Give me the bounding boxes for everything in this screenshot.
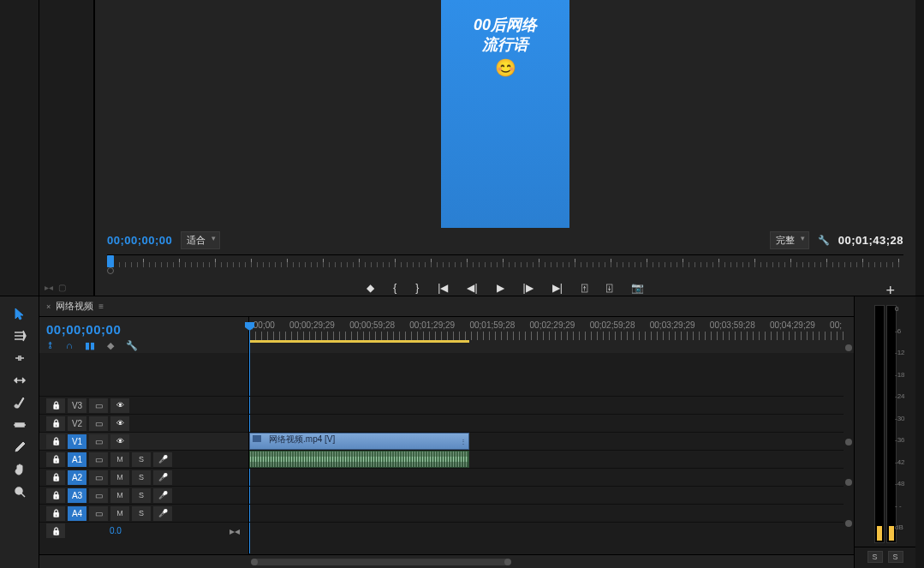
sync-lock-icon[interactable] — [89, 488, 108, 503]
monitor-playhead[interactable] — [107, 255, 114, 267]
lock-icon[interactable] — [46, 506, 65, 521]
sync-lock-icon[interactable] — [89, 434, 108, 449]
lock-icon[interactable] — [46, 488, 65, 503]
step-fwd-icon[interactable]: |▶ — [523, 282, 534, 294]
master-value[interactable]: 0.0 — [110, 526, 122, 535]
track-v2-label[interactable]: V2 — [68, 416, 86, 431]
zoom-tool-icon[interactable] — [10, 483, 29, 500]
voice-record-icon[interactable] — [153, 506, 172, 521]
solo-right-button[interactable]: S — [888, 551, 903, 563]
sync-lock-icon[interactable] — [89, 452, 108, 467]
vscroll-handle-top[interactable] — [845, 344, 852, 351]
bin-icon[interactable]: ▸◂ — [45, 283, 53, 292]
rate-stretch-tool-icon[interactable] — [10, 372, 29, 389]
video-preview: 00后网络 流行语 😊 — [441, 0, 569, 228]
timeline-ruler[interactable]: ;00;0000;00;29;2900;00;59;2800;01;29;290… — [249, 317, 854, 353]
go-to-out-icon[interactable]: ▶| — [552, 282, 563, 294]
play-icon[interactable]: ▶ — [497, 282, 504, 294]
monitor-timecode[interactable]: 00;00;00;00 — [107, 234, 172, 247]
voice-record-icon[interactable] — [153, 488, 172, 503]
vscroll-handle[interactable] — [845, 479, 852, 486]
extract-icon[interactable]: ⍗ — [606, 282, 612, 294]
track-a2-label[interactable]: A2 — [68, 470, 86, 485]
solo-button[interactable]: S — [132, 506, 151, 521]
ruler-labels: ;00;0000;00;29;2900;00;59;2800;01;29;290… — [249, 320, 844, 331]
track-v1-label[interactable]: V1 — [68, 434, 86, 449]
clip-name: 网络视频.mp4 [V] — [265, 433, 338, 445]
solo-button[interactable]: S — [132, 488, 151, 503]
step-back-icon[interactable]: ◀| — [467, 282, 477, 294]
solo-button[interactable]: S — [132, 470, 151, 485]
timeline-hscroll[interactable] — [39, 554, 854, 568]
quality-dropdown[interactable]: 完整 — [770, 231, 809, 249]
tl-settings-icon[interactable]: 🔧 — [126, 340, 138, 351]
mark-out-icon[interactable]: } — [415, 282, 419, 294]
track-lanes[interactable]: 网络视频.mp4 [V] ⋮ — [249, 353, 854, 554]
track-headers: V3 V2 V1 — [39, 353, 249, 554]
toolbar — [0, 296, 39, 568]
export-frame-icon[interactable]: 📷 — [631, 282, 644, 294]
meter-scale: 0-6-12-18-24-30-36-42-48- -dB — [895, 305, 914, 531]
timeline-timecode[interactable]: 00;00;00;00 — [46, 322, 241, 337]
hand-tool-icon[interactable] — [10, 461, 29, 478]
lock-icon[interactable] — [46, 416, 65, 431]
razor-tool-icon[interactable] — [10, 394, 29, 411]
pen-tool-icon[interactable] — [10, 439, 29, 456]
markers-icon[interactable]: ▮▮ — [85, 340, 95, 351]
premiere-app: ▸◂ ▢ 00后网络 流行语 😊 00;00;00;00 适合 完整 🔧 — [0, 0, 924, 568]
toggle-output-icon[interactable] — [110, 416, 129, 431]
tl-marker-icon[interactable]: ◆ — [107, 340, 114, 351]
audio-clip[interactable] — [249, 451, 469, 468]
toggle-output-icon[interactable] — [110, 398, 129, 413]
vscroll-handle[interactable] — [845, 520, 852, 527]
lock-icon[interactable] — [46, 523, 65, 538]
lock-icon[interactable] — [46, 434, 65, 449]
monitor-scrubber[interactable] — [107, 267, 114, 274]
selection-tool-icon[interactable] — [10, 305, 29, 322]
snap-icon[interactable]: ⥉ — [46, 340, 54, 351]
track-a4-label[interactable]: A4 — [68, 506, 86, 521]
link-icon[interactable]: ▸◂ — [230, 525, 240, 537]
zoom-fit-dropdown[interactable]: 适合 — [181, 231, 220, 249]
solo-button[interactable]: S — [132, 452, 151, 467]
lock-icon[interactable] — [46, 398, 65, 413]
mute-button[interactable]: M — [110, 488, 129, 503]
track-a3-label[interactable]: A3 — [68, 488, 86, 503]
clip-handle-icon[interactable]: ⋮ — [460, 434, 467, 449]
mute-button[interactable]: M — [110, 506, 129, 521]
voice-record-icon[interactable] — [153, 470, 172, 485]
new-item-icon[interactable]: ▢ — [58, 283, 66, 292]
sync-lock-icon[interactable] — [89, 506, 108, 521]
lock-icon[interactable] — [46, 470, 65, 485]
preview-line1: 00后网络 — [441, 15, 569, 35]
mute-button[interactable]: M — [110, 470, 129, 485]
linked-selection-icon[interactable]: ∩ — [66, 340, 73, 351]
voice-record-icon[interactable] — [153, 452, 172, 467]
go-to-in-icon[interactable]: |◀ — [438, 282, 448, 294]
track-select-tool-icon[interactable] — [10, 327, 29, 344]
mark-in-icon[interactable]: { — [393, 282, 396, 294]
monitor-duration: 00;01;43;28 — [838, 234, 903, 247]
ripple-edit-tool-icon[interactable] — [10, 350, 29, 367]
sync-lock-icon[interactable] — [89, 416, 108, 431]
sync-lock-icon[interactable] — [89, 470, 108, 485]
timeline-panel: × 网络视频 ≡ 00;00;00;00 ⥉ ∩ ▮▮ ◆ 🔧 — [39, 296, 854, 568]
lock-icon[interactable] — [46, 452, 65, 467]
canvas-area[interactable]: 00后网络 流行语 😊 — [95, 0, 915, 228]
work-area-bar[interactable] — [249, 340, 469, 343]
vscroll-handle[interactable] — [845, 439, 852, 445]
solo-left-button[interactable]: S — [867, 551, 883, 563]
lift-icon[interactable]: ⍐ — [581, 282, 587, 294]
monitor-ruler[interactable] — [107, 254, 903, 277]
toggle-output-icon[interactable] — [110, 434, 129, 449]
slip-tool-icon[interactable] — [10, 416, 29, 433]
tab-close-icon[interactable]: × — [46, 302, 51, 311]
video-clip[interactable]: 网络视频.mp4 [V] ⋮ — [249, 433, 469, 450]
add-marker-icon[interactable]: ◆ — [367, 282, 374, 294]
track-v3-label[interactable]: V3 — [68, 398, 86, 413]
sequence-tab[interactable]: 网络视频 — [56, 300, 93, 313]
mute-button[interactable]: M — [110, 452, 129, 467]
sync-lock-icon[interactable] — [89, 398, 108, 413]
track-a1-label[interactable]: A1 — [68, 452, 86, 467]
settings-wrench-icon[interactable]: 🔧 — [818, 235, 830, 246]
